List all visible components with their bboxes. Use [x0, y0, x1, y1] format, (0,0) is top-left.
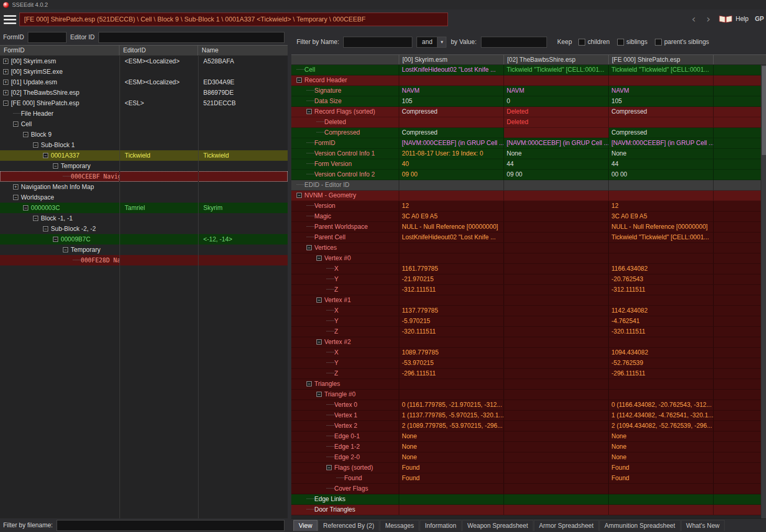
record-row[interactable]: Version Control Info 12011-08-17 User: 1… — [291, 149, 766, 159]
expand-icon[interactable]: + — [13, 184, 18, 190]
collapse-icon[interactable]: − — [13, 121, 18, 127]
record-row[interactable]: EDID - Editor ID — [291, 180, 766, 191]
tab-information[interactable]: Information — [420, 520, 462, 531]
collapse-icon[interactable]: − — [316, 297, 322, 303]
value-cell-col2[interactable]: None — [609, 452, 714, 462]
tree-row[interactable]: −Worldspace — [0, 192, 288, 203]
value-cell-col0[interactable] — [399, 253, 504, 263]
collapse-icon[interactable]: − — [53, 163, 58, 169]
value-cell-col0[interactable] — [399, 117, 504, 127]
value-cell-col1[interactable] — [504, 505, 609, 515]
value-cell-col2[interactable]: 1166.434082 — [609, 264, 714, 274]
value-cell-col2[interactable]: -4.762541 — [609, 316, 714, 326]
collapse-icon[interactable]: − — [326, 465, 332, 470]
tree-row[interactable]: −00009B7C<-12, -14> — [0, 234, 288, 245]
value-cell-col0[interactable]: 0 (1161.779785, -21.970215, -312... — [399, 400, 504, 410]
value-cell-col0[interactable]: 12 — [399, 201, 504, 211]
collapse-icon[interactable]: − — [53, 237, 58, 242]
record-row[interactable]: Z-296.111511-296.111511 — [291, 369, 766, 379]
value-cell-col2[interactable]: NAVM — [609, 86, 714, 96]
tree-row[interactable]: File Header — [0, 108, 288, 119]
value-cell-col1[interactable]: Deleted — [504, 107, 609, 117]
value-cell-col1[interactable]: 44 — [504, 159, 609, 169]
tab-what-s-new[interactable]: What's New — [681, 520, 725, 531]
value-cell-col0[interactable] — [399, 505, 504, 515]
value-cell-col1[interactable] — [504, 222, 609, 232]
value-cell-col1[interactable] — [504, 253, 609, 263]
record-row[interactable]: CellLostKnifeHideout02 "Lost Knife ...Ti… — [291, 65, 766, 75]
value-cell-col0[interactable]: Found — [399, 463, 504, 473]
collapse-icon[interactable]: − — [33, 216, 38, 221]
value-cell-col1[interactable] — [504, 191, 609, 201]
value-cell-col1[interactable] — [504, 327, 609, 337]
record-row[interactable]: −Vertex #1 — [291, 295, 766, 306]
collapse-icon[interactable]: − — [307, 245, 312, 250]
collapse-icon[interactable]: − — [23, 205, 28, 210]
value-cell-col0[interactable]: -296.111511 — [399, 369, 504, 379]
value-cell-col1[interactable]: [NAVM:000CEEBF] (in GRUP Cell ... — [504, 138, 609, 148]
column-header-field[interactable] — [291, 55, 399, 64]
collapse-icon[interactable]: − — [297, 77, 302, 83]
collapse-icon[interactable]: − — [23, 132, 28, 137]
value-cell-col0[interactable]: 105 — [399, 96, 504, 106]
value-cell-col0[interactable]: Compressed — [399, 128, 504, 138]
value-cell-col2[interactable] — [609, 191, 714, 201]
record-row[interactable]: Parent WorldspaceNULL - Null Reference [… — [291, 222, 766, 232]
collapse-icon[interactable]: − — [33, 142, 38, 148]
value-cell-col1[interactable] — [504, 212, 609, 221]
record-row[interactable]: Cover Flags — [291, 484, 766, 494]
value-cell-col0[interactable]: 3C A0 E9 A5 — [399, 212, 504, 221]
filter-name-input[interactable] — [343, 37, 412, 48]
value-cell-col0[interactable]: Found — [399, 473, 504, 483]
record-row[interactable]: Edge 2-0NoneNone — [291, 452, 766, 463]
record-row[interactable]: Vertex 11 (1137.779785, -5.970215, -320.… — [291, 411, 766, 421]
value-cell-col1[interactable] — [504, 295, 609, 305]
column-header-formid[interactable]: FormID — [0, 46, 119, 56]
filename-filter-input[interactable] — [57, 520, 284, 531]
value-cell-col2[interactable]: None — [609, 149, 714, 159]
value-cell-col1[interactable] — [504, 316, 609, 326]
tree-row[interactable]: +[02] TheBawbsShire.espB86979DE — [0, 87, 288, 98]
value-cell-col0[interactable]: 09 00 — [399, 170, 504, 180]
record-row[interactable]: Y-21.970215-20.762543 — [291, 274, 766, 285]
tab-view[interactable]: View — [293, 520, 318, 531]
record-row[interactable]: Parent CellLostKnifeHideout02 "Lost Knif… — [291, 232, 766, 243]
value-cell-col2[interactable]: [NAVM:000CEEBF] (in GRUP Cell ... — [609, 138, 714, 148]
value-cell-col0[interactable]: 2 (1089.779785, -53.970215, -296... — [399, 421, 504, 431]
checkbox-unchecked-icon[interactable] — [578, 39, 585, 46]
tree-row[interactable]: −0001A337TickwieldTickwield — [0, 150, 288, 161]
value-cell-col1[interactable] — [504, 128, 609, 138]
value-cell-col2[interactable]: 44 — [609, 159, 714, 169]
value-cell-col0[interactable] — [399, 379, 504, 389]
value-cell-col1[interactable]: Deleted — [504, 117, 609, 127]
breadcrumb[interactable]: [FE 000] ShirePatch.esp (521DECCB) \ Cel… — [19, 13, 448, 26]
tree-row[interactable]: −Sub-Block 1 — [0, 140, 288, 150]
expand-icon[interactable]: + — [3, 90, 8, 95]
value-cell-col2[interactable] — [609, 180, 714, 190]
value-cell-col1[interactable] — [504, 274, 609, 284]
record-row[interactable]: X1089.7797851094.434082 — [291, 348, 766, 358]
keep-option[interactable]: children — [578, 38, 610, 46]
value-cell-col2[interactable]: Compressed — [609, 128, 714, 138]
record-row[interactable]: Y-53.970215-52.762539 — [291, 358, 766, 369]
tree-row[interactable]: −0000003CTamrielSkyrim — [0, 203, 288, 213]
tab-armor-spreadsheet[interactable]: Armor Spreadsheet — [534, 520, 599, 531]
filter-operator-dropdown[interactable]: and ▼ — [417, 37, 446, 48]
value-cell-col1[interactable] — [504, 180, 609, 190]
value-cell-col1[interactable] — [504, 75, 609, 85]
record-row[interactable]: Version1212 — [291, 201, 766, 212]
filter-value-input[interactable] — [481, 37, 547, 48]
record-row[interactable]: Form Version404444 — [291, 159, 766, 170]
value-cell-col2[interactable]: 3C A0 E9 A5 — [609, 212, 714, 221]
collapse-icon[interactable]: − — [316, 256, 322, 261]
tree-row[interactable]: 000FE28D Navigation Mesh — [0, 255, 288, 265]
collapse-icon[interactable]: − — [307, 109, 312, 114]
value-cell-col2[interactable]: Found — [609, 463, 714, 473]
value-cell-col1[interactable] — [504, 379, 609, 389]
value-cell-col1[interactable] — [504, 358, 609, 368]
collapse-icon[interactable]: − — [316, 392, 322, 397]
value-cell-col2[interactable] — [609, 295, 714, 305]
value-cell-col2[interactable]: 00 00 — [609, 170, 714, 180]
value-cell-col2[interactable] — [609, 75, 714, 85]
expand-icon[interactable]: + — [3, 80, 8, 85]
